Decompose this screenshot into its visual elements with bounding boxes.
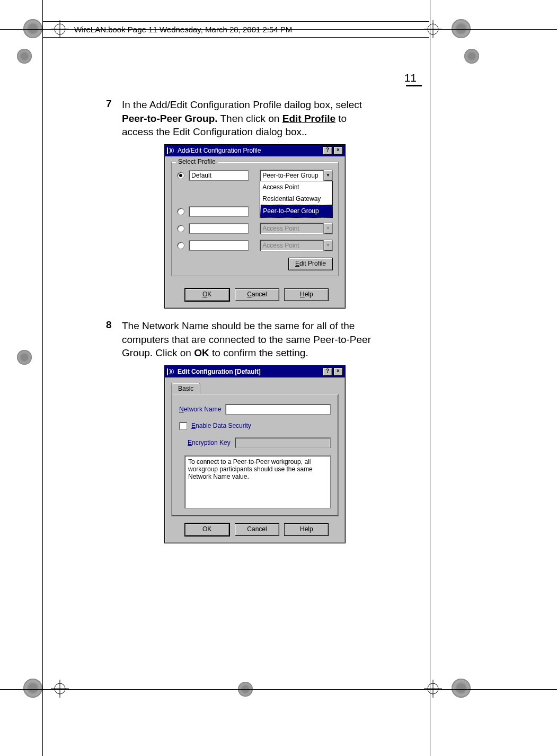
registration-mark (17, 49, 32, 64)
select-profile-fieldset: Select Profile Default Peer-to-Peer Grou… (171, 162, 339, 276)
registration-mark (452, 679, 471, 698)
ok-button[interactable]: OK (184, 288, 230, 302)
combo-dropdown-list: Access Point Residential Gateway Peer-to… (260, 181, 333, 218)
enable-security-label: Enable Data Security (191, 422, 251, 429)
combo-option[interactable]: Access Point (260, 181, 332, 193)
cross-mark (424, 680, 442, 698)
app-icon (167, 147, 175, 154)
fieldset-legend: Select Profile (176, 158, 218, 165)
dialog-titlebar: Edit Configuration [Default] ? × (165, 366, 345, 377)
registration-mark (17, 350, 32, 365)
combo-option-selected[interactable]: Peer-to-Peer Group (260, 205, 332, 217)
step-7: 7 In the Add/Edit Configuration Profile … (106, 98, 424, 139)
cancel-button[interactable]: Cancel (235, 523, 279, 536)
header-text: WireLAN.book Page 11 Wednesday, March 28… (74, 25, 292, 34)
network-name-label: Network Name (179, 406, 221, 413)
profile-row-1: Default Peer-to-Peer Group ▼ Access Poin… (177, 170, 333, 181)
enable-security-checkbox[interactable] (179, 422, 187, 430)
help-icon[interactable]: ? (323, 146, 332, 155)
add-edit-config-dialog: Add/Edit Configuration Profile ? × Selec… (164, 144, 346, 309)
network-name-input[interactable] (225, 404, 331, 415)
ok-button[interactable]: OK (184, 523, 230, 537)
tab-basic[interactable]: Basic (171, 383, 200, 394)
dialog-title: Edit Configuration [Default] (178, 368, 323, 375)
chevron-down-icon[interactable]: ▼ (323, 170, 332, 181)
app-icon (167, 368, 175, 375)
chevron-down-icon: ▼ (323, 240, 332, 251)
info-text-box: To connect to a Peer-to-Peer workgroup, … (184, 455, 331, 508)
dialog-title: Add/Edit Configuration Profile (178, 147, 323, 154)
registration-mark (452, 19, 471, 38)
registration-mark (23, 679, 42, 698)
chevron-down-icon: ▼ (323, 223, 332, 234)
step-8: 8 The Network Name should be the same fo… (106, 319, 424, 360)
cancel-button[interactable]: Cancel (235, 288, 279, 301)
combo-option[interactable]: Residential Gateway (260, 193, 332, 205)
step-text: The Network Name should be the same for … (122, 319, 374, 360)
registration-mark (464, 49, 479, 64)
edit-profile-button[interactable]: Edit Profile (288, 258, 333, 270)
edit-config-dialog: Edit Configuration [Default] ? × Basic N… (164, 365, 346, 543)
profile-radio-2[interactable] (177, 208, 184, 215)
page-number-rule (406, 85, 422, 86)
profile-name-input-4[interactable] (189, 240, 249, 251)
cross-mark (51, 680, 69, 698)
dialog-titlebar: Add/Edit Configuration Profile ? × (165, 145, 345, 156)
profile-row-3: Access Point ▼ (177, 223, 333, 234)
profile-row-4: Access Point ▼ (177, 240, 333, 251)
profile-type-combo-1[interactable]: Peer-to-Peer Group ▼ Access Point Reside… (260, 170, 333, 181)
profile-type-combo-4: Access Point ▼ (260, 240, 333, 251)
encryption-key-input (235, 437, 331, 448)
tab-strip: Basic (171, 383, 339, 394)
encryption-key-label: Encryption Key (188, 439, 231, 446)
close-icon[interactable]: × (333, 146, 343, 155)
profile-radio-1[interactable] (177, 172, 184, 179)
tab-panel: Network Name Enable Data Security Encryp… (171, 394, 339, 516)
print-header: WireLAN.book Page 11 Wednesday, March 28… (42, 21, 429, 38)
page-number: 11 (404, 72, 417, 84)
page-content: 7 In the Add/Edit Configuration Profile … (106, 98, 424, 554)
profile-radio-3[interactable] (177, 225, 184, 232)
step-number: 7 (106, 98, 122, 139)
profile-name-input-2[interactable] (189, 206, 249, 217)
help-button[interactable]: Help (284, 288, 329, 301)
profile-radio-4[interactable] (177, 242, 184, 249)
close-icon[interactable]: × (333, 367, 343, 376)
step-text: In the Add/Edit Configuration Profile da… (122, 98, 374, 139)
step-number: 8 (106, 319, 122, 360)
help-button[interactable]: Help (284, 523, 329, 536)
registration-mark (23, 19, 42, 38)
help-icon[interactable]: ? (323, 367, 332, 376)
profile-name-input-3[interactable] (189, 223, 249, 234)
profile-name-input-1[interactable]: Default (189, 170, 249, 181)
profile-type-combo-3: Access Point ▼ (260, 223, 333, 234)
